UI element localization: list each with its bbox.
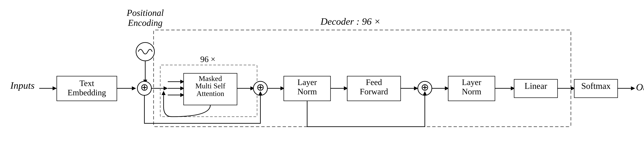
layer-norm-2-label2: Norm xyxy=(462,87,482,96)
layer-norm-1-label2: Norm xyxy=(298,87,317,96)
text-embedding-label: Text xyxy=(80,79,94,88)
positional-encoding-label: Positional xyxy=(126,8,164,18)
add-symbol-1: ⊕ xyxy=(140,82,148,93)
linear-label: Linear xyxy=(524,81,547,91)
text-embedding-label2: Embedding xyxy=(68,88,106,97)
diagram-container: Decoder : 96 × Inputs Text Embedding Pos… xyxy=(0,0,644,141)
arrow-residual-mmsa xyxy=(162,91,166,95)
mmsa-label1: Masked xyxy=(199,75,222,83)
add-symbol-2: ⊕ xyxy=(256,82,264,93)
pos-encoding-symbol xyxy=(136,42,154,61)
outputs-label: Outputs xyxy=(636,82,644,93)
layer-norm-1-label1: Layer xyxy=(298,78,317,87)
mmsa-label3: Attention xyxy=(196,90,224,98)
decoder-label: Decoder : 96 × xyxy=(320,16,380,27)
feed-forward-label2: Forward xyxy=(360,87,388,96)
feed-forward-label1: Feed xyxy=(366,78,382,87)
softmax-label: Softmax xyxy=(581,81,610,91)
mmsa-label2: Multi Self xyxy=(195,82,225,90)
arrow-embedding-add xyxy=(132,86,136,90)
repeat-96-label: 96 × xyxy=(200,54,216,64)
arrow-inputs-embedding xyxy=(52,86,57,90)
inputs-label: Inputs xyxy=(10,80,34,91)
positional-encoding-label2: Encoding xyxy=(128,18,162,28)
layer-norm-2-label1: Layer xyxy=(462,78,482,87)
add-symbol-3: ⊕ xyxy=(421,82,429,93)
arrow-add-to-mmsa xyxy=(164,86,168,90)
arrow-softmax-outputs xyxy=(631,86,635,90)
